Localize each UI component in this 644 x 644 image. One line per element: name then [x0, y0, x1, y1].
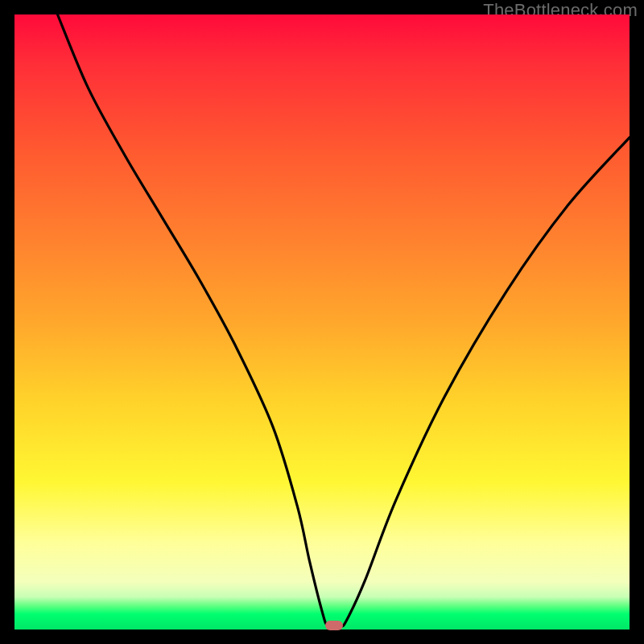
plot-area [14, 14, 630, 630]
chart-frame: TheBottleneck.com [0, 0, 644, 644]
minimum-marker [325, 621, 343, 630]
bottleneck-curve [14, 14, 630, 630]
